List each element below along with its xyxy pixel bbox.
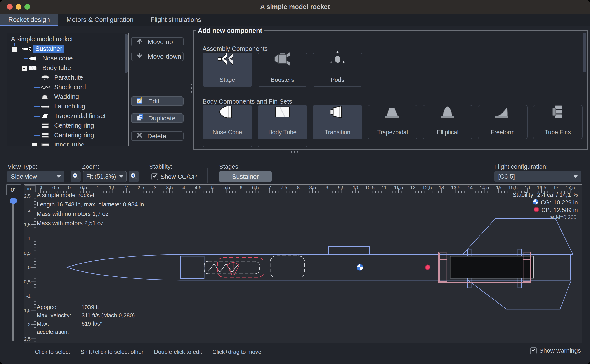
flight-row: Max. velocity:311 ft/s (Mach 0,280) bbox=[37, 311, 135, 319]
motor bbox=[450, 256, 534, 278]
add-panel-scrollbar-thumb[interactable] bbox=[583, 32, 586, 72]
tree-expander[interactable] bbox=[12, 46, 18, 52]
tree-item-centering-ring[interactable]: Centering ring bbox=[7, 130, 124, 140]
delete-button[interactable]: Delete bbox=[131, 131, 184, 141]
show-warnings-checkbox[interactable] bbox=[530, 347, 537, 354]
title-bar: A simple model rocket bbox=[0, 0, 590, 13]
tree-item-body-tube[interactable]: Body tube bbox=[7, 63, 124, 73]
tree-expander[interactable] bbox=[32, 143, 38, 146]
shock-cord-icon bbox=[40, 84, 50, 90]
nose-cone-icon bbox=[217, 104, 238, 120]
svg-text:9: 9 bbox=[326, 185, 328, 190]
zoom-out-button[interactable] bbox=[71, 171, 81, 182]
svg-text:1,5: 1,5 bbox=[25, 222, 31, 228]
flight-row: Max. acceleration:619 ft/s² bbox=[37, 319, 135, 336]
svg-text:10: 10 bbox=[353, 185, 358, 190]
delete-icon bbox=[136, 132, 142, 140]
flight-config-dropdown[interactable]: [C6-5] bbox=[494, 171, 581, 182]
tree-item-parachute[interactable]: Parachute bbox=[7, 73, 124, 83]
nose-cone-icon bbox=[28, 56, 38, 61]
tree-item-launch-lug[interactable]: Launch lug bbox=[7, 102, 124, 111]
component-tile-nose-cone[interactable]: Nose Cone bbox=[202, 105, 252, 139]
cp-marker bbox=[425, 265, 430, 270]
hint-text: Click+drag to move bbox=[212, 349, 261, 355]
tree-item-label: Shock cord bbox=[52, 83, 88, 91]
component-tile-trapezoidal[interactable]: Trapezoidal bbox=[368, 105, 417, 139]
stability-label: Stability: bbox=[149, 163, 172, 170]
tree-item-shock-cord[interactable]: Shock cord bbox=[7, 83, 124, 92]
component-tile-boosters[interactable]: Boosters bbox=[258, 52, 307, 87]
tree-expander[interactable] bbox=[21, 66, 27, 71]
boosters-icon bbox=[273, 51, 293, 68]
tab-bar: Rocket designMotors & ConfigurationFligh… bbox=[0, 13, 590, 26]
tree-item-wadding[interactable]: Wadding bbox=[7, 92, 124, 102]
recovery-components[interactable] bbox=[204, 256, 305, 278]
tree-item-label: Centering ring bbox=[52, 131, 96, 139]
tree-item-a-simple-model-rocket[interactable]: A simple model rocket bbox=[7, 34, 124, 44]
component-tile-tube-fins[interactable]: Tube Fins bbox=[533, 105, 583, 139]
body-tube-icon bbox=[28, 65, 38, 71]
stage-toggle-sustainer[interactable]: Sustainer bbox=[219, 171, 272, 182]
svg-text:5: 5 bbox=[211, 185, 214, 190]
add-component-title: Add new component bbox=[195, 27, 264, 34]
component-tile-transition[interactable]: Transition bbox=[313, 105, 362, 139]
tile-row: StageBoostersPods bbox=[202, 52, 362, 87]
component-tile-body-tube[interactable]: Body Tube bbox=[258, 105, 307, 139]
component-tile-partial[interactable] bbox=[202, 146, 252, 150]
tile-row: Nose ConeBody TubeTransitionTrapezoidalE… bbox=[202, 105, 583, 139]
move-up-button[interactable]: Move up bbox=[131, 37, 184, 46]
move-down-button[interactable]: Move down bbox=[131, 52, 184, 61]
cg-label: CG: bbox=[541, 199, 551, 206]
rocket-view-panel[interactable]: -1-0,500,511,522,533,544,555,566,577,588… bbox=[24, 184, 582, 344]
svg-text:12,5: 12,5 bbox=[422, 185, 432, 190]
component-tile-partial[interactable] bbox=[258, 146, 307, 150]
svg-text:17: 17 bbox=[553, 185, 558, 190]
rotation-slider-handle[interactable] bbox=[10, 198, 17, 204]
svg-text:3: 3 bbox=[154, 185, 156, 190]
component-tile-stage[interactable]: Stage bbox=[202, 52, 252, 87]
tile-label: Stage bbox=[220, 77, 235, 83]
svg-text:14,5: 14,5 bbox=[480, 185, 489, 190]
rotation-slider-track[interactable] bbox=[13, 201, 14, 341]
svg-text:7,5: 7,5 bbox=[281, 185, 287, 190]
component-tile-freeform[interactable]: Freeform bbox=[478, 105, 528, 139]
tree-item-sustainer[interactable]: Sustainer bbox=[7, 44, 124, 54]
svg-text:15: 15 bbox=[496, 185, 501, 190]
tab-rocket-design[interactable]: Rocket design bbox=[0, 13, 58, 26]
centering-ring-icon bbox=[40, 132, 50, 138]
flight-row-value: 1039 ft bbox=[81, 303, 99, 311]
svg-text:0: 0 bbox=[68, 185, 71, 190]
svg-text:0,5: 0,5 bbox=[25, 251, 31, 256]
main-content: A simple model rocketSustainerNose coneB… bbox=[0, 26, 590, 364]
svg-text:0: 0 bbox=[28, 265, 31, 270]
tab-flight-simulations[interactable]: Flight simulations bbox=[142, 13, 209, 26]
tree-item-centering-ring[interactable]: Centering ring bbox=[7, 121, 124, 130]
component-tile-elliptical[interactable]: Elliptical bbox=[423, 105, 472, 139]
flight-row: Apogee:1039 ft bbox=[37, 303, 135, 311]
stage-icon bbox=[217, 51, 238, 68]
show-cg-cp-checkbox[interactable] bbox=[151, 174, 158, 180]
motor-assembly[interactable] bbox=[439, 252, 534, 282]
stages-label: Stages: bbox=[219, 163, 240, 170]
tree-item-inner-tube[interactable]: Inner Tube bbox=[7, 140, 124, 146]
view-type-dropdown[interactable]: Side view bbox=[7, 171, 64, 182]
svg-text:13: 13 bbox=[439, 185, 444, 190]
edit-icon bbox=[136, 97, 143, 105]
tree-connector bbox=[34, 135, 40, 136]
tree-item-trapezoidal-fin-set[interactable]: Trapezoidal fin set bbox=[7, 111, 124, 121]
tree-scrollbar-thumb[interactable] bbox=[125, 34, 128, 73]
component-tile-pods[interactable]: Pods bbox=[313, 52, 362, 87]
cg-marker bbox=[357, 264, 363, 270]
tab-motors-configuration[interactable]: Motors & Configuration bbox=[58, 13, 142, 26]
zoom-in-button[interactable] bbox=[129, 171, 139, 182]
arrow-down-icon bbox=[136, 52, 143, 60]
edit-button[interactable]: Edit bbox=[131, 97, 184, 106]
rotation-angle-display: 0° bbox=[6, 184, 21, 195]
svg-text:15,5: 15,5 bbox=[508, 185, 518, 190]
tree-connector bbox=[14, 43, 15, 46]
svg-text:6,5: 6,5 bbox=[252, 185, 259, 190]
svg-text:2,5: 2,5 bbox=[25, 193, 31, 199]
parachute-outline bbox=[218, 258, 264, 277]
zoom-level-combo[interactable]: Fit (51,3%) bbox=[83, 171, 127, 182]
duplicate-button[interactable]: Duplicate bbox=[131, 113, 184, 123]
